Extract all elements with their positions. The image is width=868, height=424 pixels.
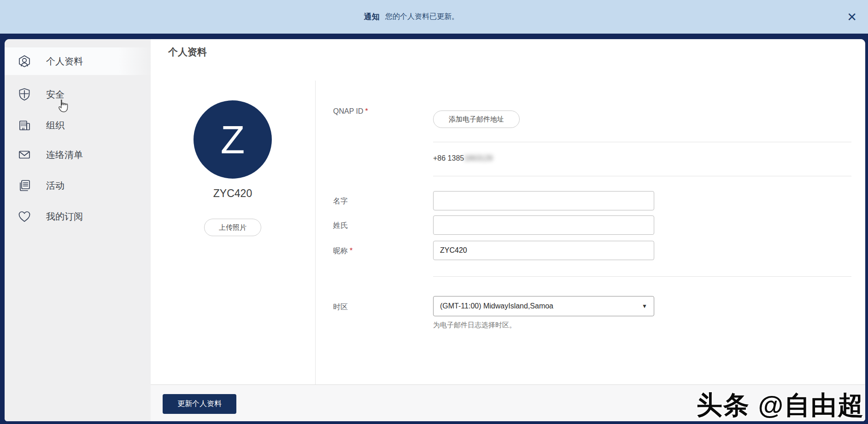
last-name-field[interactable] xyxy=(433,215,654,235)
phone-number: +86 13851863129 xyxy=(433,154,493,163)
timezone-hint: 为电子邮件日志选择时区。 xyxy=(433,321,516,330)
sidebar-item-security[interactable]: 安全 xyxy=(5,81,151,108)
subscriptions-heart-icon xyxy=(18,209,31,223)
vertical-divider xyxy=(315,81,316,384)
divider xyxy=(433,142,851,142)
sidebar-item-label: 活动 xyxy=(46,180,65,192)
sidebar-item-label: 组织 xyxy=(46,119,65,132)
hand-cursor-icon xyxy=(56,99,69,113)
sidebar-item-activity[interactable]: 活动 xyxy=(5,172,151,199)
nickname-field[interactable] xyxy=(433,241,654,260)
profile-icon xyxy=(18,54,31,68)
notification-message: 您的个人资料已更新。 xyxy=(385,12,459,22)
add-email-button[interactable]: 添加电子邮件地址 xyxy=(433,110,520,128)
sidebar-item-profile[interactable]: 个人资料 xyxy=(5,47,151,75)
account-card: 个人资料 安全 组织 连络清单 xyxy=(5,39,865,421)
divider xyxy=(433,276,851,277)
notification-bar: 通知 您的个人资料已更新。 ✕ xyxy=(0,0,868,34)
close-icon[interactable]: ✕ xyxy=(847,11,857,23)
update-profile-button[interactable]: 更新个人资料 xyxy=(163,394,236,414)
sidebar-item-contact-list[interactable]: 连络清单 xyxy=(5,141,151,168)
avatar: Z xyxy=(194,100,272,179)
last-name-label: 姓氏 xyxy=(333,221,348,231)
avatar-username: ZYC420 xyxy=(194,187,272,200)
qnap-account-window: 通知 您的个人资料已更新。 ✕ 个人资料 安全 xyxy=(0,0,868,424)
contact-list-envelope-icon xyxy=(18,148,31,162)
nickname-label: 昵称* xyxy=(333,246,352,256)
timezone-label: 时区 xyxy=(333,302,348,312)
phone-number-blurred: 1863129 xyxy=(464,154,493,162)
toutiao-watermark: 头条 @自由超 xyxy=(697,388,864,423)
qnap-id-label: QNAP ID* xyxy=(333,107,368,116)
avatar-initial: Z xyxy=(221,117,245,163)
sidebar-item-organization[interactable]: 组织 xyxy=(5,111,151,139)
sidebar-item-label: 我的订阅 xyxy=(46,210,83,223)
required-asterisk: * xyxy=(365,107,368,115)
notification-title: 通知 xyxy=(364,12,380,22)
activity-documents-icon xyxy=(18,179,31,192)
organization-building-icon xyxy=(18,118,31,132)
timezone-selected-value: (GMT-11:00) MidwayIsland,Samoa xyxy=(440,302,553,310)
timezone-select[interactable]: (GMT-11:00) MidwayIsland,Samoa ▼ xyxy=(433,296,654,316)
sidebar-item-label: 连络清单 xyxy=(46,149,83,161)
first-name-label: 名字 xyxy=(333,197,348,206)
page-title: 个人资料 xyxy=(168,46,207,58)
divider xyxy=(433,176,851,176)
chevron-down-icon: ▼ xyxy=(642,303,647,309)
sidebar-item-label: 个人资料 xyxy=(46,55,83,68)
notification-text: 通知 您的个人资料已更新。 xyxy=(364,0,459,34)
required-asterisk: * xyxy=(350,247,352,255)
profile-panel: 个人资料 Z ZYC420 上传照片 QNAP ID* 添加电子邮件地址 +86… xyxy=(151,39,865,421)
sidebar: 个人资料 安全 组织 连络清单 xyxy=(5,39,151,421)
sidebar-item-subscriptions[interactable]: 我的订阅 xyxy=(5,203,151,230)
upload-photo-button[interactable]: 上传照片 xyxy=(204,219,261,236)
first-name-field[interactable] xyxy=(433,191,654,210)
security-shield-icon xyxy=(18,87,31,101)
